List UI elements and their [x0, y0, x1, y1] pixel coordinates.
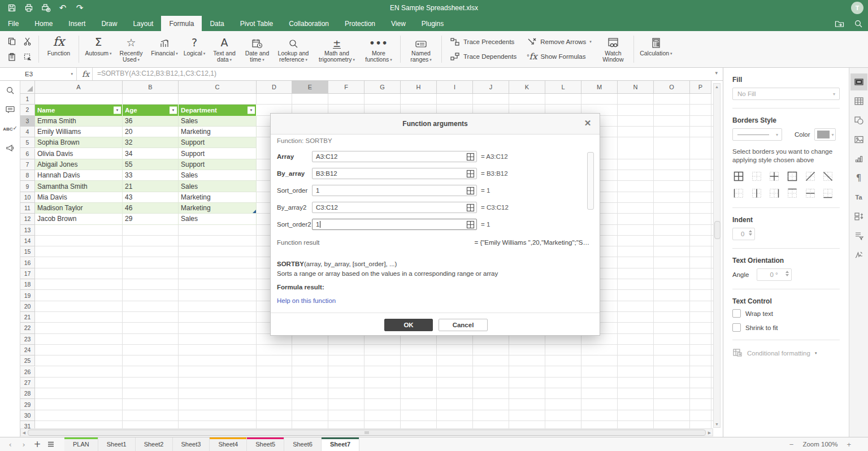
argument-input-by_array[interactable]: B3:B12: [312, 168, 477, 179]
argument-input-array[interactable]: A3:C12: [312, 151, 477, 162]
table-cell[interactable]: Marketing: [179, 203, 257, 214]
menu-tab-collaboration[interactable]: Collaboration: [281, 16, 337, 31]
table-cell[interactable]: Support: [179, 148, 257, 159]
row-header-2[interactable]: 2: [20, 105, 35, 115]
filter-icon[interactable]: ▼: [248, 106, 255, 114]
row-header-12[interactable]: 12: [20, 214, 35, 224]
undo-button[interactable]: ↶: [58, 3, 68, 13]
inner-horizontal-border-button[interactable]: [804, 187, 817, 200]
menu-tab-formula[interactable]: Formula: [161, 16, 202, 31]
sheet-list-button[interactable]: [44, 437, 58, 451]
range-select-icon[interactable]: [466, 170, 475, 178]
zoom-in-icon[interactable]: +: [847, 440, 851, 449]
row-header-19[interactable]: 19: [20, 290, 35, 301]
row-header-31[interactable]: 31: [20, 421, 35, 428]
chart-settings-button[interactable]: [850, 150, 867, 167]
argument-input-sort_order[interactable]: 1: [312, 185, 477, 196]
more-functions-button[interactable]: •••More functions ▾: [361, 33, 396, 66]
outside-borders-button[interactable]: [786, 170, 798, 183]
table-cell[interactable]: Sophia Brown: [35, 137, 123, 148]
indent-stepper[interactable]: 0: [732, 228, 755, 240]
trace-precedents-button[interactable]: Trace Precedents: [450, 34, 517, 49]
vertical-scrollbar-thumb[interactable]: [714, 221, 721, 239]
date-and-time-button[interactable]: Date and time ▾: [241, 33, 273, 66]
menu-tab-data[interactable]: Data: [202, 16, 232, 31]
row-header-3[interactable]: 3: [20, 116, 35, 127]
calculation-button[interactable]: Calculation ▾: [638, 33, 674, 66]
table-cell[interactable]: Support: [179, 137, 257, 148]
watch-window-button[interactable]: Watch Window: [597, 33, 630, 66]
show-formulas-button[interactable]: °fxShow Formulas: [527, 49, 592, 64]
conditional-formatting-button[interactable]: Conditional formatting ▾: [732, 348, 840, 358]
column-header-E[interactable]: E: [292, 81, 328, 94]
table-cell[interactable]: Olivia Davis: [35, 148, 123, 159]
row-header-9[interactable]: 9: [20, 181, 35, 192]
sheet-tab-plan[interactable]: PLAN: [64, 437, 98, 451]
menu-tab-plugins[interactable]: Plugins: [414, 16, 452, 31]
zoom-out-icon[interactable]: −: [789, 440, 794, 449]
sheet-tab-sheet3[interactable]: Sheet3: [173, 437, 210, 451]
formula-input[interactable]: =SORTBY(A3:C12,B3:B12,1,C3:C12,1): [97, 70, 216, 77]
argument-input-by_array2[interactable]: C3:C12: [312, 202, 477, 213]
row-header-26[interactable]: 26: [20, 367, 35, 378]
paragraph-settings-button[interactable]: ¶: [850, 170, 867, 187]
range-select-icon[interactable]: [466, 203, 475, 212]
recently-used-button[interactable]: ☆Recently Used ▾: [115, 33, 147, 66]
table-cell[interactable]: Sales: [179, 181, 257, 192]
table-cell[interactable]: 34: [123, 148, 179, 159]
next-sheet-button[interactable]: ›: [17, 437, 31, 451]
financial-button[interactable]: Financial ▾: [149, 33, 180, 66]
row-header-8[interactable]: 8: [20, 170, 35, 181]
filter-icon[interactable]: ▼: [114, 106, 121, 114]
shape-settings-button[interactable]: [850, 112, 867, 129]
sheet-tab-sheet2[interactable]: Sheet2: [136, 437, 173, 451]
row-header-20[interactable]: 20: [20, 301, 35, 312]
row-header-15[interactable]: 15: [20, 246, 35, 257]
column-header-F[interactable]: F: [328, 81, 364, 94]
diagonal-up-border-button[interactable]: [804, 170, 817, 183]
bottom-border-button[interactable]: [822, 187, 834, 200]
cut-button[interactable]: [20, 34, 35, 49]
range-select-icon[interactable]: [466, 220, 475, 229]
border-style-select[interactable]: ▾: [732, 128, 782, 141]
sheet-tab-sheet6[interactable]: Sheet6: [284, 437, 322, 451]
math-and-trigonometry-button[interactable]: ±Math and trigonometry ▾: [314, 33, 360, 66]
menu-tab-pivot-table[interactable]: Pivot Table: [232, 16, 281, 31]
sheet-tab-sheet5[interactable]: Sheet5: [247, 437, 284, 451]
horizontal-scrollbar-thumb[interactable]: [28, 430, 706, 436]
border-color-select[interactable]: ▾: [814, 128, 836, 141]
menu-tab-layout[interactable]: Layout: [125, 16, 161, 31]
cell-settings-button[interactable]: [850, 73, 867, 90]
sort-filter-settings-button[interactable]: [850, 227, 867, 244]
add-sheet-button[interactable]: +: [31, 437, 44, 451]
column-header-O[interactable]: O: [654, 81, 690, 94]
row-header-11[interactable]: 11: [20, 203, 35, 214]
angle-stepper[interactable]: 0 °: [757, 268, 792, 281]
column-header-D[interactable]: D: [257, 81, 292, 94]
avatar[interactable]: T: [851, 2, 863, 14]
menu-tab-file[interactable]: File: [0, 16, 27, 31]
feedback-button[interactable]: [0, 138, 20, 158]
sheet-tab-sheet7[interactable]: Sheet7: [322, 437, 359, 451]
row-header-21[interactable]: 21: [20, 312, 35, 323]
right-border-button[interactable]: [768, 187, 780, 200]
row-header-17[interactable]: 17: [20, 268, 35, 279]
range-select-icon[interactable]: [466, 187, 475, 195]
shrink-to-fit-checkbox[interactable]: Shrink to fit: [732, 323, 840, 332]
table-settings-button[interactable]: [850, 93, 867, 110]
insert-function-button[interactable]: fx: [79, 68, 93, 80]
open-file-location-button[interactable]: [834, 19, 844, 29]
row-header-16[interactable]: 16: [20, 258, 35, 268]
remove-arrows-button[interactable]: Remove Arrows▾: [527, 34, 592, 49]
save-button[interactable]: [7, 3, 17, 13]
column-header-K[interactable]: K: [509, 81, 545, 94]
table-cell[interactable]: Abigail Jones: [35, 159, 123, 170]
row-header-4[interactable]: 4: [20, 127, 35, 137]
scroll-left-icon[interactable]: ◀: [21, 430, 27, 436]
table-cell[interactable]: 55: [123, 159, 179, 170]
quick-print-button[interactable]: [41, 3, 51, 13]
row-header-7[interactable]: 7: [20, 159, 35, 170]
column-header-M[interactable]: M: [581, 81, 618, 94]
dialog-header[interactable]: Function arguments ✕: [271, 114, 600, 135]
table-cell[interactable]: 33: [123, 170, 179, 181]
